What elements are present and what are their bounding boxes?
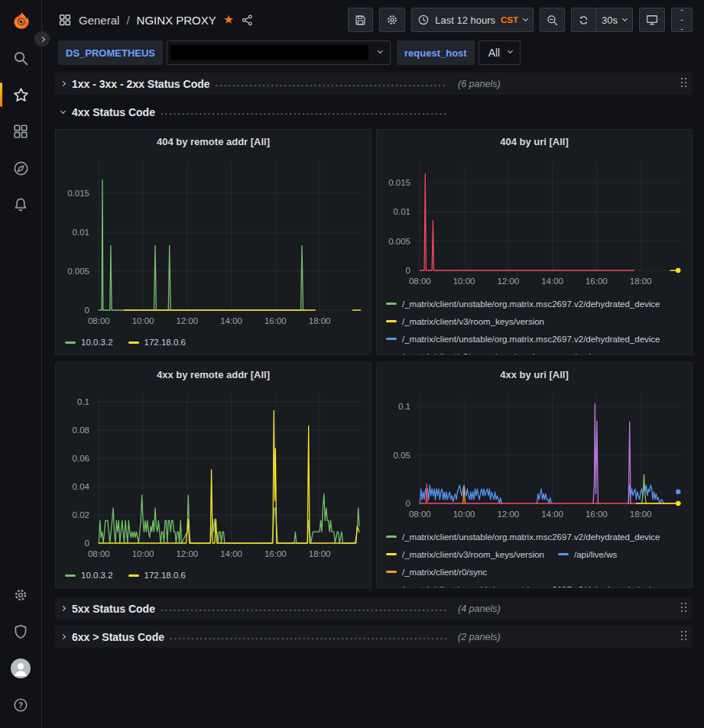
row-header-6xx[interactable]: 6xx > Status Code ......................…	[55, 626, 693, 648]
legend-item[interactable]: 10.0.3.2	[65, 567, 113, 584]
panel-4xx-by-remote-addr: 4xx by remote addr [All] 08:0010:0012:00…	[55, 362, 371, 588]
apps-grid-icon	[58, 13, 72, 27]
zoom-out-time-button[interactable]	[540, 8, 565, 32]
legend-item[interactable]: /_matrix/client/unstable/org.matrix.msc2…	[386, 581, 660, 587]
sidebar-item-configuration[interactable]	[0, 584, 42, 606]
panel-title[interactable]: 404 by remote addr [All]	[56, 130, 371, 153]
row-title: 4xx Status Code	[72, 106, 155, 118]
refresh-interval-dropdown[interactable]: 30s	[595, 8, 633, 32]
legend-series-swatch	[386, 571, 397, 573]
refresh-button[interactable]	[571, 8, 595, 32]
ds-prometheus-value-dropdown[interactable]	[167, 40, 391, 65]
panel-title[interactable]: 4xx by uri [All]	[377, 363, 692, 386]
variables-bar: DS_PROMETHEUS request_host All	[42, 40, 704, 67]
panel-legend: /_matrix/client/unstable/org.matrix.msc2…	[377, 525, 692, 587]
legend-item[interactable]: /_matrix/client/r0/sync	[386, 563, 487, 581]
svg-text:16:00: 16:00	[586, 277, 608, 286]
breadcrumb-dashboard-title[interactable]: NGINX PROXY	[137, 14, 216, 27]
legend-item[interactable]: /_matrix/client/unstable/org.matrix.msc2…	[386, 528, 660, 545]
svg-text:08:00: 08:00	[409, 510, 431, 519]
svg-text:0: 0	[406, 499, 410, 508]
sidebar-expand-button[interactable]	[34, 31, 50, 47]
panel-title[interactable]: 404 by uri [All]	[377, 130, 692, 153]
svg-text:0.05: 0.05	[394, 451, 410, 460]
grafana-logo[interactable]	[0, 8, 42, 34]
legend-item[interactable]: 172.18.0.6	[128, 567, 186, 584]
favorite-star-icon[interactable]: ★	[223, 14, 234, 26]
legend-item[interactable]: /api/live/ws	[558, 545, 617, 563]
sidebar-item-profile[interactable]	[0, 658, 42, 679]
chevron-down-icon	[523, 16, 528, 21]
row-header-5xx[interactable]: 5xx Status Code ........................…	[55, 597, 693, 620]
sidebar-item-help[interactable]: ?	[0, 694, 42, 716]
legend-item[interactable]: 10.0.3.2	[65, 334, 113, 351]
time-series-chart[interactable]: 08:0010:0012:0014:0016:0018:0000.020.040…	[56, 386, 371, 565]
clock-icon	[417, 14, 430, 26]
time-range-picker[interactable]: Last 12 hours CST	[411, 8, 534, 32]
legend-item[interactable]: /_matrix/client/v3/room_keys/version	[386, 312, 544, 330]
legend-series-label: 172.18.0.6	[144, 571, 186, 580]
sidebar-item-starred[interactable]	[0, 84, 42, 105]
panel-legend: 10.0.3.2172.18.0.6	[56, 332, 371, 353]
panel-legend: /_matrix/client/unstable/org.matrix.msc2…	[377, 292, 692, 354]
search-icon	[12, 50, 29, 66]
save-dashboard-button[interactable]	[348, 8, 373, 32]
row-drag-handle[interactable]	[681, 78, 687, 89]
refresh-button-group: 30s	[571, 8, 633, 32]
user-avatar	[11, 658, 31, 678]
panel-title[interactable]: 4xx by remote addr [All]	[56, 363, 371, 386]
grafana-app: ? General / NGINX PROXY ★	[0, 0, 704, 728]
tv-mode-button[interactable]	[639, 8, 665, 32]
sidebar-item-server-admin[interactable]	[0, 621, 42, 642]
legend-series-label: 10.0.3.2	[81, 338, 113, 347]
more-options-kebab-button[interactable]	[671, 8, 693, 32]
legend-series-swatch	[65, 574, 76, 577]
svg-text:0.1: 0.1	[77, 397, 89, 406]
breadcrumb: General / NGINX PROXY ★	[58, 13, 254, 27]
legend-item[interactable]: /sw.js	[558, 348, 595, 354]
sidebar-item-alerting[interactable]	[0, 194, 42, 215]
row-header-1xx-3xx-2xx[interactable]: 1xx - 3xx - 2xx Status Code ............…	[55, 73, 693, 95]
main-area: General / NGINX PROXY ★	[42, 0, 704, 728]
sidebar-item-dashboards[interactable]	[0, 121, 42, 142]
svg-text:0.005: 0.005	[67, 267, 89, 276]
svg-text:10:00: 10:00	[132, 549, 154, 558]
time-series-chart[interactable]: 08:0010:0012:0014:0016:0018:0000.050.1	[377, 386, 692, 525]
dashboard-content: 1xx - 3xx - 2xx Status Code ............…	[42, 67, 704, 728]
time-series-chart[interactable]: 08:0010:0012:0014:0016:0018:0000.0050.01…	[377, 153, 692, 292]
svg-text:16:00: 16:00	[586, 510, 608, 519]
dashboard-settings-button[interactable]	[379, 8, 405, 32]
svg-text:14:00: 14:00	[541, 510, 563, 519]
chevron-down-icon	[378, 48, 383, 53]
refresh-interval-label: 30s	[602, 15, 618, 26]
star-icon	[12, 86, 30, 104]
row-drag-handle[interactable]	[681, 631, 687, 642]
share-icon[interactable]	[241, 14, 254, 27]
sidebar-item-search[interactable]	[0, 47, 42, 69]
row-header-4xx[interactable]: 4xx Status Code ........................…	[55, 102, 693, 121]
request-host-value-dropdown[interactable]: All	[479, 40, 521, 65]
sidebar-item-explore[interactable]	[0, 157, 42, 179]
svg-text:0.04: 0.04	[73, 482, 90, 491]
time-series-chart[interactable]: 08:0010:0012:0014:0016:0018:0000.0050.01…	[56, 153, 371, 332]
legend-item[interactable]: /_matrix/client/unstable/org.matrix.msc2…	[386, 295, 660, 312]
svg-text:14:00: 14:00	[220, 316, 242, 325]
legend-item[interactable]: 172.18.0.6	[128, 334, 186, 351]
svg-text:08:00: 08:00	[409, 277, 431, 286]
row-drag-handle[interactable]	[681, 603, 687, 613]
avatar-icon	[11, 658, 31, 678]
breadcrumb-folder[interactable]: General	[79, 14, 119, 27]
legend-item[interactable]: /_matrix/client/unstable/org.matrix.msc2…	[386, 330, 660, 348]
svg-text:0.015: 0.015	[67, 189, 89, 198]
legend-item[interactable]: /_matrix/client/v3/room_keys/version	[386, 348, 544, 354]
svg-text:12:00: 12:00	[497, 510, 519, 519]
dotted-leader: ........................................…	[170, 633, 447, 642]
svg-text:18:00: 18:00	[309, 549, 331, 558]
svg-text:0: 0	[85, 539, 89, 548]
legend-item[interactable]: /_matrix/client/v3/room_keys/version	[386, 545, 544, 563]
svg-text:0.1: 0.1	[398, 402, 410, 411]
shield-icon	[12, 623, 29, 640]
legend-series-label: /_matrix/client/v3/room_keys/version	[402, 352, 544, 355]
svg-text:10:00: 10:00	[453, 510, 475, 519]
svg-text:0: 0	[406, 266, 410, 275]
